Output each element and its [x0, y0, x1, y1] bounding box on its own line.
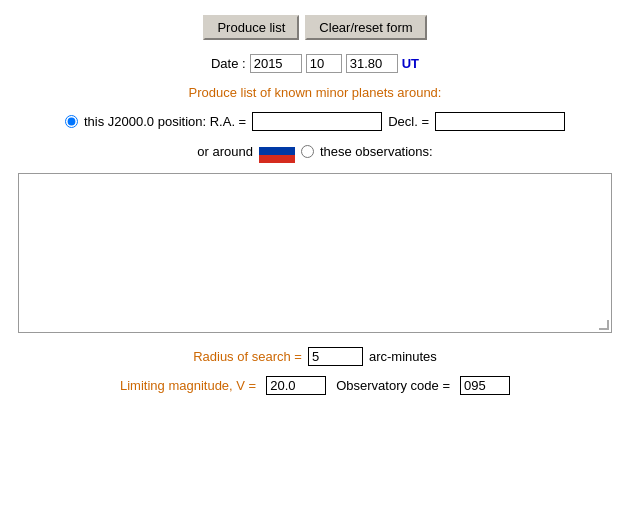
observatory-code-label: Observatory code = [336, 378, 450, 393]
svg-rect-1 [259, 147, 295, 155]
or-around-row: or around these observations: [10, 139, 620, 163]
radius-input[interactable] [308, 347, 363, 366]
ut-link[interactable]: UT [402, 56, 419, 71]
produce-section-label: Produce list of known minor planets arou… [10, 85, 620, 100]
ra-dec-row: this J2000.0 position: R.A. = Decl. = [10, 112, 620, 131]
observations-textarea[interactable] [19, 174, 611, 332]
russian-flag-icon [259, 139, 295, 163]
position-radio[interactable] [65, 115, 78, 128]
magnitude-label: Limiting magnitude, V = [120, 378, 256, 393]
radius-row: Radius of search = arc-minutes [10, 347, 620, 366]
day-input[interactable] [346, 54, 398, 73]
svg-rect-2 [259, 155, 295, 163]
or-around-prefix: or around [197, 144, 253, 159]
toolbar: Produce list Clear/reset form [10, 15, 620, 40]
resize-handle-icon [599, 320, 609, 330]
arc-label: arc-minutes [369, 349, 437, 364]
decl-label: Decl. = [388, 114, 429, 129]
ra-input[interactable] [252, 112, 382, 131]
svg-rect-0 [259, 139, 295, 147]
magnitude-input[interactable] [266, 376, 326, 395]
clear-reset-button[interactable]: Clear/reset form [305, 15, 426, 40]
date-row: Date : UT [10, 54, 620, 73]
position-radio-label: this J2000.0 position: R.A. = [84, 114, 246, 129]
date-label: Date : [211, 56, 246, 71]
month-input[interactable] [306, 54, 342, 73]
observations-radio[interactable] [301, 145, 314, 158]
observations-label: these observations: [320, 144, 433, 159]
year-input[interactable] [250, 54, 302, 73]
observatory-code-input[interactable] [460, 376, 510, 395]
produce-list-button[interactable]: Produce list [203, 15, 299, 40]
decl-input[interactable] [435, 112, 565, 131]
bottom-row: Limiting magnitude, V = Observatory code… [10, 376, 620, 395]
radius-label: Radius of search = [193, 349, 302, 364]
observations-textarea-container [18, 173, 612, 333]
